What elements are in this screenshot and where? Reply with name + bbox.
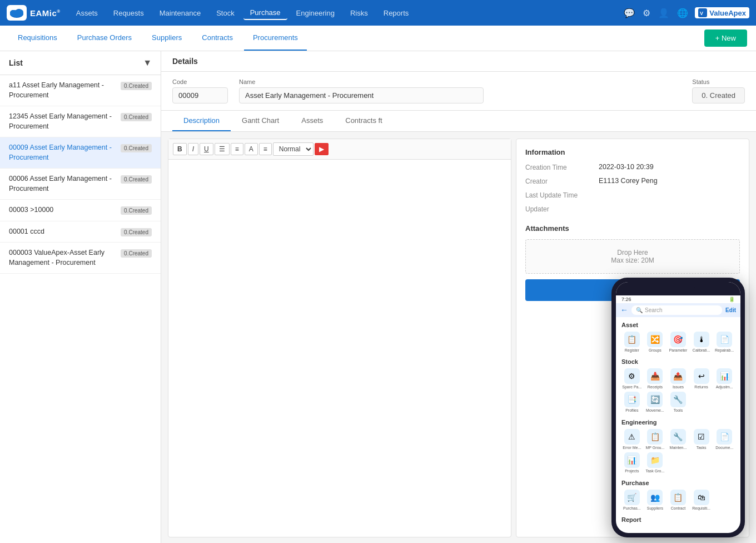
tab-contracts[interactable]: Contracts ft: [334, 111, 393, 131]
phone-icon-adjustments[interactable]: 📊 Adjustm...: [714, 368, 735, 389]
register-icon: 📋: [624, 332, 640, 347]
status-badge: 0.Created: [121, 228, 152, 236]
drop-zone[interactable]: Drop Here Max size: 20M: [525, 239, 740, 274]
attachments-title: Attachments: [525, 224, 740, 233]
color-a-button[interactable]: A: [245, 143, 258, 155]
phone-section-stock-title: Stock: [621, 358, 735, 365]
list-item-name: 00001 cccd: [9, 227, 116, 237]
italic-button[interactable]: I: [188, 143, 198, 155]
number-list-button[interactable]: ≡: [231, 143, 243, 155]
bold-button[interactable]: B: [173, 143, 187, 155]
gear-icon[interactable]: ⚙: [643, 8, 650, 18]
underline-button[interactable]: U: [200, 143, 213, 155]
phone-icon-calibration[interactable]: 🌡 Calibrati...: [691, 332, 712, 353]
nav-stock[interactable]: Stock: [210, 7, 241, 19]
phone-icon-parameter[interactable]: 🎯 Parameter: [668, 332, 689, 353]
nav-risks[interactable]: Risks: [344, 7, 375, 19]
list-item[interactable]: 00006 Asset Early Management - Procureme…: [0, 169, 161, 200]
phone-icon-requisitions[interactable]: 🛍 Requisiti...: [691, 490, 712, 511]
editor-body[interactable]: [168, 160, 511, 537]
nav-maintenance[interactable]: Maintenance: [153, 7, 207, 19]
phone-icon-error-messages[interactable]: ⚠ Error Me...: [621, 429, 643, 450]
status-badge: 0.Created: [121, 82, 152, 90]
phone-section-stock: Stock ⚙ Spare Pa... 📥 Receipts 📤 Issues: [621, 358, 735, 413]
tools-icon: 🔧: [670, 392, 686, 407]
nav-engineering[interactable]: Engineering: [290, 7, 341, 19]
font-size-select[interactable]: Normal Small Large Huge: [273, 142, 314, 156]
list-item[interactable]: 00003 >10000 0.Created: [0, 200, 161, 221]
phone-icon-tools[interactable]: 🔧 Tools: [668, 392, 689, 413]
nav-purchase[interactable]: Purchase: [243, 6, 287, 20]
phone-icon-purchases[interactable]: 🛒 Purchas...: [621, 490, 643, 511]
embed-button[interactable]: ▶: [315, 143, 329, 155]
list-item[interactable]: 00001 cccd 0.Created: [0, 221, 161, 243]
tab-gantt-chart[interactable]: Gantt Chart: [231, 111, 290, 131]
max-size-text: Max size: 20M: [535, 256, 730, 264]
new-button[interactable]: + New: [704, 29, 747, 47]
list-item-name: 000003 ValueApex-Asset Early Management …: [9, 248, 116, 268]
nav-reports[interactable]: Reports: [377, 7, 416, 19]
list-item-name: 00006 Asset Early Management - Procureme…: [9, 174, 116, 194]
phone-icon-repairable[interactable]: 📄 Repairab...: [714, 332, 735, 353]
align-button[interactable]: ≡: [259, 143, 272, 155]
phone-icon-contracts[interactable]: 📋 Contract: [668, 490, 689, 511]
chat-icon[interactable]: 💬: [624, 8, 635, 18]
bullet-list-button[interactable]: ☰: [215, 143, 230, 155]
phone-icon-register[interactable]: 📋 Register: [621, 332, 643, 353]
list-item[interactable]: 000003 ValueApex-Asset Early Management …: [0, 243, 161, 274]
list-item[interactable]: a11 Asset Early Management - Procurement…: [0, 75, 161, 106]
nav-requests[interactable]: Requests: [107, 7, 151, 19]
phone-section-report-title: Report: [621, 516, 735, 523]
phone-icon-receipts[interactable]: 📥 Receipts: [645, 368, 666, 389]
phone-back-button[interactable]: ←: [620, 305, 628, 314]
details-header: Details: [161, 51, 756, 72]
list-header: List ▼: [0, 51, 161, 75]
app-name: EAMic®: [30, 8, 61, 18]
code-input[interactable]: [172, 87, 228, 103]
phone-icon-profiles[interactable]: 📑 Profiles: [621, 392, 643, 413]
phone-icon-tasks[interactable]: ☑ Tasks: [691, 429, 712, 450]
phone-icon-movements[interactable]: 🔄 Moveme...: [645, 392, 666, 413]
phone-icon-task-groups[interactable]: 📁 Task Gro...: [645, 452, 666, 473]
phone-icon-returns[interactable]: ↩ Returns: [691, 368, 712, 389]
information-title: Information: [525, 148, 740, 156]
phone-section-engineering-title: Engineering: [621, 419, 735, 426]
phone-icon-spare-parts[interactable]: ⚙ Spare Pa...: [621, 368, 643, 389]
phone-battery: 🔋: [729, 297, 735, 302]
creator-row: Creator E1113 Corey Peng: [525, 177, 740, 185]
list-item[interactable]: 12345 Asset Early Management - Procureme…: [0, 106, 161, 137]
last-update-row: Last Update Time: [525, 191, 740, 199]
filter-icon[interactable]: ▼: [143, 58, 152, 68]
phone-icon-mp-groups[interactable]: 📋 MP Grou...: [645, 429, 666, 450]
updater-row: Updater: [525, 205, 740, 213]
globe-icon[interactable]: 🌐: [677, 8, 688, 18]
subnav-purchase-orders[interactable]: Purchase Orders: [68, 26, 141, 51]
phone-edit-button[interactable]: Edit: [725, 307, 736, 313]
subnav-procurements[interactable]: Procurements: [244, 26, 307, 51]
projects-icon: 📊: [624, 452, 640, 468]
tab-description[interactable]: Description: [172, 111, 231, 131]
nav-assets[interactable]: Assets: [69, 7, 105, 19]
receipts-icon: 📥: [647, 368, 663, 384]
brand-right: V ValueApex: [695, 7, 749, 18]
svg-text:V: V: [700, 11, 703, 16]
creation-time-value: 2022-03-10 20:39: [599, 163, 654, 171]
returns-icon: ↩: [694, 368, 709, 384]
subnav-contracts[interactable]: Contracts: [193, 26, 242, 51]
phone-icon-projects[interactable]: 📊 Projects: [621, 452, 643, 473]
subnav-suppliers[interactable]: Suppliers: [143, 26, 191, 51]
spare-parts-icon: ⚙: [624, 368, 640, 384]
list-item-active[interactable]: 00009 Asset Early Management - Procureme…: [0, 137, 161, 169]
name-input[interactable]: [239, 87, 484, 103]
tab-assets[interactable]: Assets: [290, 111, 334, 131]
phone-icon-maintenance[interactable]: 🔧 Mainten...: [668, 429, 689, 450]
phone-stock-icons: ⚙ Spare Pa... 📥 Receipts 📤 Issues ↩ Retu…: [621, 368, 735, 413]
phone-icon-groups[interactable]: 🔀 Groups: [645, 332, 666, 353]
phone-icon-issues[interactable]: 📤 Issues: [668, 368, 689, 389]
phone-icon-suppliers[interactable]: 👥 Suppliers: [645, 490, 666, 511]
subnav-requisitions[interactable]: Requisitions: [9, 26, 66, 51]
phone-icon-documents[interactable]: 📄 Docume...: [714, 429, 735, 450]
phone-search-box[interactable]: 🔍 Search: [631, 305, 722, 315]
logo-area: EAMic®: [7, 5, 61, 21]
user-icon[interactable]: 👤: [658, 8, 669, 18]
